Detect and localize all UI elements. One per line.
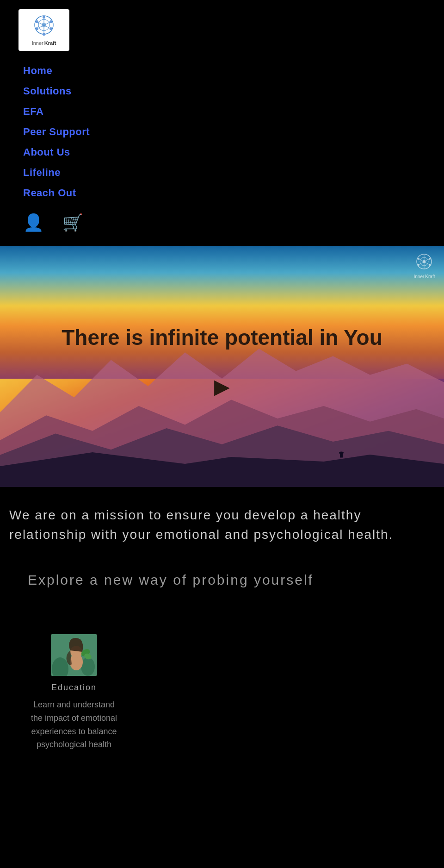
cart-icon[interactable]: 🛒	[62, 213, 83, 232]
svg-point-10	[43, 16, 45, 19]
card-image-illustration	[51, 634, 97, 676]
nav-about-us[interactable]: About Us	[23, 146, 426, 158]
svg-point-27	[429, 264, 431, 266]
logo[interactable]: Inner Kraft	[18, 9, 69, 51]
header-icons: 👤 🛒	[18, 199, 426, 237]
svg-point-17	[339, 452, 344, 454]
hero-watermark: Inner Kraft	[412, 253, 437, 279]
watermark-label: Inner Kraft	[414, 274, 435, 279]
mission-section: We are on a mission to ensure you develo…	[0, 487, 444, 554]
svg-point-7	[49, 20, 52, 23]
nav-peer-support[interactable]: Peer Support	[23, 126, 426, 138]
account-icon[interactable]: 👤	[23, 213, 44, 232]
svg-point-9	[49, 27, 52, 30]
explore-heading: Explore a new way of probing yourself	[28, 572, 416, 588]
nav-home[interactable]: Home	[23, 65, 426, 77]
svg-point-24	[418, 258, 419, 260]
card-education: Education Learn and understand the impac…	[28, 634, 120, 751]
logo-area: Inner Kraft	[18, 9, 426, 51]
watermark-icon	[412, 253, 437, 274]
svg-point-6	[36, 20, 38, 23]
mission-text: We are on a mission to ensure you develo…	[9, 506, 435, 544]
play-button[interactable]: ▶	[214, 374, 230, 398]
nav-lifeline[interactable]: Lifeline	[23, 167, 426, 179]
hero-headline: There is infinite potential in You	[44, 324, 400, 352]
svg-point-8	[36, 27, 38, 30]
explore-section: Explore a new way of probing yourself	[0, 554, 444, 625]
nav-solutions[interactable]: Solutions	[23, 85, 426, 97]
card-image-education	[51, 634, 97, 676]
main-nav: Home Solutions EFA Peer Support About Us…	[18, 65, 426, 199]
card-desc-education: Learn and understand the impact of emoti…	[28, 698, 120, 751]
svg-point-25	[429, 258, 431, 260]
svg-marker-15	[0, 452, 444, 487]
nav-efa[interactable]: EFA	[23, 106, 426, 118]
cards-section: Education Learn and understand the impac…	[0, 625, 444, 770]
education-illustration	[51, 634, 97, 676]
nav-reach-out[interactable]: Reach Out	[23, 187, 426, 199]
svg-point-11	[43, 33, 45, 36]
svg-point-30	[81, 657, 95, 676]
logo-icon	[28, 15, 60, 40]
header: Inner Kraft Home Solutions EFA Peer Supp…	[0, 0, 444, 246]
svg-rect-16	[340, 454, 343, 458]
card-title-education: Education	[51, 683, 97, 693]
logo-text: Inner Kraft	[32, 40, 56, 46]
hero-section: There is infinite potential in You ▶ Inn…	[0, 246, 444, 487]
svg-point-26	[418, 264, 419, 266]
